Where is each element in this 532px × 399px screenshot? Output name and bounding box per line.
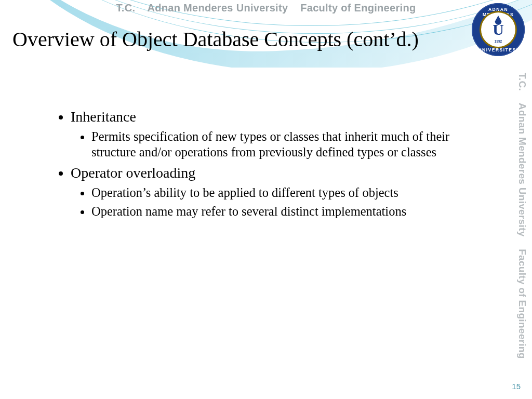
side-university: Adnan Menderes University [517,103,528,237]
list-item: Operation’s ability to be applied to dif… [91,185,483,201]
side-tc: T.C. [517,73,528,91]
side-watermark: T.C. Adnan Menderes University Faculty o… [516,68,532,358]
header-university: Adnan Menderes University [147,2,288,14]
sub-bullet-text: Operation’s ability to be applied to dif… [91,185,398,200]
header-watermark: T.C. Adnan Menderes University Faculty o… [0,2,532,14]
sub-bullet-text: Operation name may refer to several dist… [91,204,406,218]
list-item: Permits specification of new types or cl… [91,129,483,160]
page-number: 15 [512,382,521,391]
sub-bullet-list: Permits specification of new types or cl… [71,129,483,160]
header-faculty: Faculty of Engineering [300,2,416,14]
side-faculty: Faculty of Engineering [517,249,528,358]
bullet-text: Inheritance [71,109,136,125]
sub-bullet-text: Permits specification of new types or cl… [91,129,449,159]
list-item: Operation name may refer to several dist… [91,204,483,219]
header-tc: T.C. [116,2,136,14]
list-item: Operator overloading Operation’s ability… [71,164,483,219]
logo-year: 1992 [495,39,502,43]
slide-title: Overview of Object Database Concepts (co… [12,27,490,51]
sub-bullet-list: Operation’s ability to be applied to dif… [71,185,483,219]
slide-body: Inheritance Permits specification of new… [57,108,483,223]
bullet-list: Inheritance Permits specification of new… [57,108,483,219]
side-watermark-text: T.C. Adnan Menderes University Faculty o… [516,73,528,359]
logo-letter: U [493,21,504,38]
bullet-text: Operator overloading [71,165,195,181]
list-item: Inheritance Permits specification of new… [71,108,483,160]
